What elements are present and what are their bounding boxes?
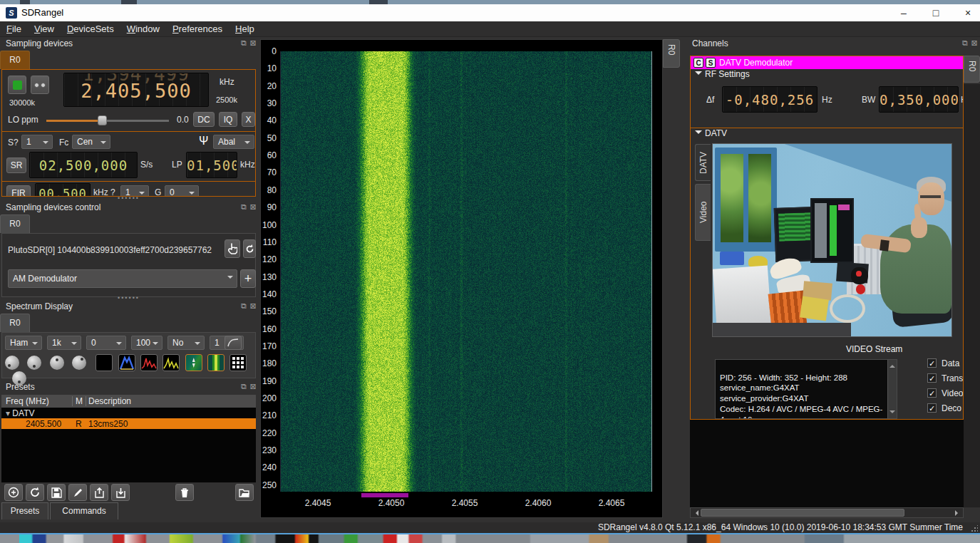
waterfall-plot[interactable]	[280, 51, 652, 492]
start-stop-button[interactable]	[8, 76, 26, 94]
float-dock-icon[interactable]: ⧉	[239, 202, 248, 211]
spectrum-combo-1[interactable]: 1k	[47, 336, 81, 350]
checkbox-deco[interactable]: ✓Deco	[927, 403, 964, 414]
checkmark-icon[interactable]: ✓	[927, 358, 937, 368]
delta-f-dial[interactable]: -0,480,256 -0,480,256	[722, 86, 817, 113]
float-dock-icon[interactable]: ⧉	[239, 382, 248, 391]
fir-button[interactable]: FIR	[6, 185, 31, 197]
sr-button[interactable]: SR	[6, 157, 26, 173]
device-tab-r0[interactable]: R0	[0, 51, 30, 69]
column-freq[interactable]: Freq (MHz)	[6, 396, 49, 406]
checkmark-icon[interactable]: ✓	[927, 373, 937, 383]
menu-item-window[interactable]: Window	[120, 21, 166, 36]
device-select-button[interactable]	[225, 239, 240, 258]
video-side-tab[interactable]: Video	[695, 184, 711, 241]
fir-dial[interactable]: 00,500	[35, 183, 91, 197]
scroll-right-icon[interactable]	[955, 510, 961, 516]
dock-splitter[interactable]: ••••••	[1, 197, 256, 200]
preset-row-selected[interactable]: 2405.500 R 13cms250	[1, 418, 256, 429]
preset-edit-button[interactable]	[68, 484, 87, 501]
waterfall-mode-button[interactable]	[185, 354, 202, 371]
spectrum-red-button[interactable]	[140, 354, 158, 371]
presets-bottom-tab[interactable]: Presets	[1, 502, 48, 519]
datv-section-header[interactable]: DATV	[691, 128, 963, 140]
sample-rate-dial[interactable]: 02,500,000 02,500,000	[29, 152, 138, 178]
lo-ppm-slider[interactable]	[46, 120, 169, 122]
preset-group-row[interactable]: ▾ DATV	[6, 408, 34, 418]
gain-combo[interactable]: 0	[165, 185, 199, 197]
preset-save-button[interactable]	[47, 484, 66, 501]
spectrum-combo-2[interactable]: 0	[86, 336, 126, 350]
channel-s-button[interactable]: S	[706, 58, 716, 68]
preset-import-button[interactable]	[111, 484, 130, 501]
fc-combo[interactable]: Cen	[72, 135, 110, 149]
add-channel-button[interactable]: +	[240, 269, 256, 288]
grid-button[interactable]	[229, 354, 247, 371]
scrollbar-thumb[interactable]	[701, 509, 904, 517]
preset-load-file-button[interactable]	[235, 484, 254, 501]
slider-handle[interactable]	[98, 115, 107, 125]
close-dock-icon[interactable]: ⊠	[249, 38, 257, 47]
lp-dial[interactable]: 01,500 01,500	[186, 152, 237, 178]
blank-display-button[interactable]	[96, 354, 113, 371]
menu-item-preferences[interactable]: Preferences	[166, 21, 229, 36]
dc-button[interactable]: DC	[193, 112, 215, 127]
channel-c-button[interactable]: C	[693, 58, 703, 68]
spectrum-combo-3[interactable]: 100	[131, 336, 163, 350]
minimize-button[interactable]: –	[892, 4, 916, 21]
knob-dial[interactable]	[5, 356, 19, 370]
knob-dial[interactable]	[72, 356, 86, 370]
float-dock-icon[interactable]: ⧉	[961, 38, 969, 47]
preset-export-button[interactable]	[90, 484, 108, 501]
close-dock-icon[interactable]: ⊠	[249, 202, 257, 211]
float-dock-icon[interactable]: ⧉	[239, 301, 248, 310]
checkmark-icon[interactable]: ✓	[927, 388, 937, 398]
column-mode[interactable]: M	[76, 396, 83, 406]
spectrum-blue-button[interactable]	[118, 354, 135, 371]
channels-h-scrollbar[interactable]	[690, 507, 964, 518]
float-dock-icon[interactable]: ⧉	[239, 38, 248, 47]
channel-titlebar[interactable]: C S DATV Demodulator	[691, 56, 963, 69]
commands-bottom-tab[interactable]: Commands	[50, 502, 118, 519]
knob-dial[interactable]	[50, 356, 64, 370]
menu-item-devicesets[interactable]: DeviceSets	[61, 21, 120, 36]
antenna-combo[interactable]: Abal	[213, 135, 254, 149]
preset-update-button[interactable]	[26, 484, 44, 501]
rf-settings-header[interactable]: RF Settings	[691, 69, 963, 81]
demodulator-combo[interactable]: AM Demodulator	[8, 269, 237, 288]
s-combo[interactable]: 1	[21, 135, 53, 149]
stream-scrollbar[interactable]	[887, 360, 897, 418]
close-button[interactable]: ×	[956, 4, 980, 21]
resize-grip[interactable]	[971, 525, 978, 532]
menu-item-view[interactable]: View	[28, 21, 61, 36]
knob-dial[interactable]	[27, 356, 41, 370]
stream-info-box[interactable]: PID: 256 - Width: 352 - Height: 288 serv…	[715, 359, 897, 419]
tree-expander-icon[interactable]: ▾	[6, 408, 12, 418]
record-button[interactable]	[31, 76, 49, 94]
x-button[interactable]: X	[242, 112, 255, 127]
iq-button[interactable]: IQ	[219, 112, 237, 127]
preset-new-button[interactable]	[4, 484, 23, 501]
waterfall-green-button[interactable]	[207, 354, 225, 371]
close-dock-icon[interactable]: ⊠	[249, 382, 257, 391]
spectrum-window-tab-r0[interactable]: R0	[663, 39, 680, 68]
scroll-up-icon[interactable]	[889, 362, 895, 368]
spectrum-combo-4[interactable]: No	[167, 336, 205, 350]
close-dock-icon[interactable]: ⊠	[970, 38, 979, 47]
close-dock-icon[interactable]: ⊠	[249, 301, 257, 310]
curve-button[interactable]	[225, 336, 242, 350]
channel-marker[interactable]	[361, 493, 408, 497]
spectrum-yellow-button[interactable]	[163, 354, 180, 371]
menu-item-file[interactable]: File	[0, 21, 28, 36]
bw-dial[interactable]: 0,350,000 0,350,000	[879, 86, 959, 113]
center-frequency-dial[interactable]: 1,394,499 2,405,500 3,516,611	[63, 73, 209, 107]
channels-tab-r0[interactable]: R0	[964, 56, 980, 83]
datv-side-tab[interactable]: DATV	[695, 144, 711, 181]
spectrum-tab-r0[interactable]: R0	[0, 314, 30, 332]
checkbox-data[interactable]: ✓Data	[927, 358, 964, 369]
maximize-button[interactable]: □	[924, 4, 948, 21]
checkmark-icon[interactable]: ✓	[927, 403, 937, 413]
scroll-down-icon[interactable]	[889, 410, 895, 416]
checkbox-video[interactable]: ✓Video	[927, 388, 964, 399]
checkbox-trans[interactable]: ✓Trans	[927, 373, 964, 384]
